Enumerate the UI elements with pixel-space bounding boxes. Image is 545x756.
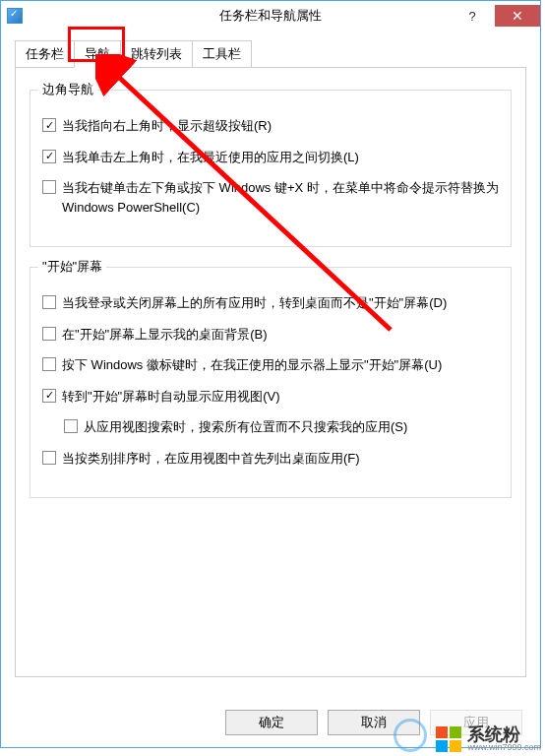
group-legend: 边角导航 <box>38 81 97 98</box>
tab-panel: 边角导航 当我指向右上角时，显示超级按钮(R) 当我单击左上角时，在我最近使用的… <box>15 67 526 677</box>
tab-navigation[interactable]: 导航 <box>74 40 121 68</box>
checkbox-label: 当按类别排序时，在应用视图中首先列出桌面应用(F) <box>62 449 360 469</box>
checkbox-search-everywhere[interactable] <box>64 419 78 433</box>
checkbox-label: 从应用视图搜索时，搜索所有位置而不只搜索我的应用(S) <box>84 417 407 437</box>
checkbox-label: 当我单击左上角时，在我最近使用的应用之间切换(L) <box>62 148 359 167</box>
checkbox-charms[interactable] <box>42 118 56 132</box>
properties-window: 任务栏和导航属性 ? ✕ 任务栏 导航 跳转列表 工具栏 边角导航 当我指向右上… <box>0 0 541 748</box>
checkbox-label: 按下 Windows 徽标键时，在我正使用的显示器上显示"开始"屏幕(U) <box>62 355 442 375</box>
option-row: 当我登录或关闭屏幕上的所有应用时，转到桌面而不是"开始"屏幕(D) <box>42 293 499 313</box>
group-corner-nav: 边角导航 当我指向右上角时，显示超级按钮(R) 当我单击左上角时，在我最近使用的… <box>30 90 512 247</box>
tab-toolbars[interactable]: 工具栏 <box>192 40 252 68</box>
option-row: 从应用视图搜索时，搜索所有位置而不只搜索我的应用(S) <box>64 417 499 437</box>
option-row: 当按类别排序时，在应用视图中首先列出桌面应用(F) <box>42 449 499 469</box>
tab-jumplist[interactable]: 跳转列表 <box>120 40 193 68</box>
microsoft-logo-icon <box>436 726 461 752</box>
ok-button[interactable]: 确定 <box>225 710 318 735</box>
checkbox-label: 当我指向右上角时，显示超级按钮(R) <box>62 116 272 136</box>
window-icon <box>7 8 23 24</box>
checkbox-winkey-monitor[interactable] <box>42 357 56 371</box>
watermark: 系统粉 www.win7999.com <box>436 725 541 752</box>
checkbox-label: 当我右键单击左下角或按下 Windows 键+X 时，在菜单中将命令提示符替换为… <box>62 178 499 217</box>
group-start-screen: "开始"屏幕 当我登录或关闭屏幕上的所有应用时，转到桌面而不是"开始"屏幕(D)… <box>30 267 512 498</box>
titlebar: 任务栏和导航属性 ? ✕ <box>1 1 540 31</box>
checkbox-goto-desktop[interactable] <box>42 295 56 309</box>
option-row: 当我单击左上角时，在我最近使用的应用之间切换(L) <box>42 148 499 167</box>
option-row: 在"开始"屏幕上显示我的桌面背景(B) <box>42 325 499 345</box>
option-row: 当我右键单击左下角或按下 Windows 键+X 时，在菜单中将命令提示符替换为… <box>42 178 499 217</box>
decorative-circle-icon <box>394 719 427 752</box>
option-row: 转到"开始"屏幕时自动显示应用视图(V) <box>42 387 499 407</box>
help-button[interactable]: ? <box>450 5 495 27</box>
option-row: 按下 Windows 徽标键时，在我正使用的显示器上显示"开始"屏幕(U) <box>42 355 499 375</box>
checkbox-desktop-bg[interactable] <box>42 327 56 341</box>
checkbox-label: 当我登录或关闭屏幕上的所有应用时，转到桌面而不是"开始"屏幕(D) <box>62 293 447 313</box>
watermark-text: 系统粉 <box>467 725 541 743</box>
watermark-url: www.win7999.com <box>467 743 541 752</box>
option-row: 当我指向右上角时，显示超级按钮(R) <box>42 116 499 136</box>
close-button[interactable]: ✕ <box>495 5 540 27</box>
checkbox-powershell[interactable] <box>42 180 56 194</box>
tab-taskbar[interactable]: 任务栏 <box>15 40 75 68</box>
checkbox-switch-apps[interactable] <box>42 150 56 163</box>
tab-strip: 任务栏 导航 跳转列表 工具栏 <box>15 40 526 68</box>
checkbox-label: 在"开始"屏幕上显示我的桌面背景(B) <box>62 325 268 345</box>
checkbox-label: 转到"开始"屏幕时自动显示应用视图(V) <box>62 387 280 407</box>
checkbox-apps-view[interactable] <box>42 389 56 403</box>
checkbox-desktop-first[interactable] <box>42 451 56 465</box>
group-legend: "开始"屏幕 <box>38 258 106 276</box>
